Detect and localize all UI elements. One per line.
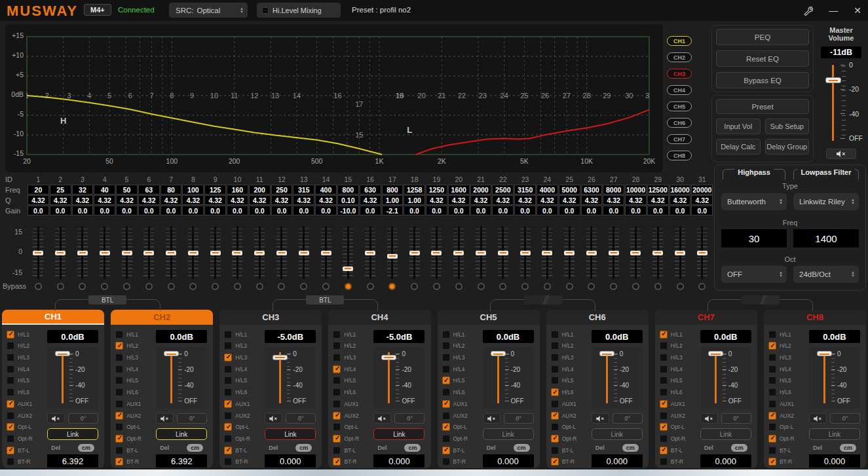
band-marker-7[interactable]: 7 (150, 92, 154, 100)
eq-gain-cell-15[interactable]: -10.0 (337, 206, 359, 215)
input-checkbox-aux2[interactable] (333, 412, 341, 420)
bypass-dot-3[interactable] (79, 283, 86, 290)
eq-gain-cell-31[interactable]: 0.0 (691, 206, 713, 215)
graph-channel-button-ch6[interactable]: CH6 (667, 118, 692, 128)
input-checkbox-hl1[interactable] (115, 331, 123, 339)
eq-slider-handle[interactable] (697, 251, 708, 255)
eq-slider-handle[interactable] (586, 251, 597, 255)
channel-delay-value[interactable]: 0.000 (373, 454, 425, 467)
input-checkbox-hl4[interactable] (551, 365, 559, 373)
delay-calc-button[interactable]: Delay Calc (716, 139, 761, 155)
band-marker-19[interactable]: 19 (396, 92, 404, 100)
bypass-dot-29[interactable] (654, 283, 662, 290)
input-checkbox-aux2[interactable] (115, 412, 123, 420)
eq-q-cell-16[interactable]: 4.32 (360, 195, 381, 205)
eq-slider-handle[interactable] (166, 251, 176, 255)
bypass-dot-21[interactable] (478, 283, 485, 290)
input-checkbox-btl[interactable] (333, 447, 341, 454)
eq-band-slider-9[interactable] (210, 227, 221, 279)
eq-q-cell-19[interactable]: 4.32 (426, 195, 447, 205)
input-checkbox-btr[interactable] (224, 458, 232, 466)
graph-channel-button-ch3[interactable]: CH3 (667, 69, 692, 79)
channel-gain-value[interactable]: 0.0dB (809, 330, 860, 343)
eq-gain-cell-8[interactable]: 0.0 (182, 206, 204, 215)
channel-mute-button[interactable] (156, 413, 174, 424)
tab-lowpass-filter[interactable]: Lowpass Filter (793, 169, 859, 179)
hilevel-checkbox[interactable] (262, 7, 269, 14)
input-checkbox-optl[interactable] (7, 423, 14, 431)
eq-gain-cell-14[interactable]: 0.0 (315, 206, 337, 215)
channel-gain-value[interactable]: 0.0dB (700, 330, 751, 343)
bypass-dot-27[interactable] (610, 283, 617, 290)
lowpass-oct-select[interactable]: 24dB/Oct▲▼ (793, 266, 859, 283)
stepper-icon[interactable]: ▲▼ (779, 198, 783, 205)
phase-button[interactable]: 0° (177, 413, 207, 424)
input-checkbox-hl2[interactable] (551, 342, 559, 350)
band-marker-14[interactable]: 14 (293, 92, 301, 100)
input-checkbox-optr[interactable] (115, 435, 123, 443)
input-checkbox-hl4[interactable] (442, 365, 450, 373)
graph-channel-button-ch1[interactable]: CH1 (667, 36, 692, 46)
filter-handle-h[interactable]: H (60, 116, 66, 126)
input-checkbox-btr[interactable] (551, 458, 559, 466)
input-checkbox-btr[interactable] (660, 458, 668, 466)
highpass-type-select[interactable]: Butterworth▲▼ (721, 193, 787, 210)
eq-gain-cell-25[interactable]: 0.0 (559, 206, 580, 215)
bypass-dot-22[interactable] (499, 283, 506, 290)
channel-header-ch1[interactable]: CH1 (2, 310, 104, 325)
input-checkbox-btr[interactable] (7, 458, 14, 466)
eq-q-cell-6[interactable]: 4.32 (138, 195, 160, 205)
channel-delay-value[interactable]: 6.392 (156, 454, 207, 467)
channel-mute-button[interactable] (373, 413, 391, 424)
input-checkbox-optl[interactable] (333, 423, 341, 431)
bypass-dot-14[interactable] (322, 283, 330, 290)
input-checkbox-hl4[interactable] (660, 365, 668, 373)
eq-q-cell-1[interactable]: 4.32 (28, 195, 49, 205)
eq-gain-cell-6[interactable]: 0.0 (138, 206, 160, 215)
highpass-oct-select[interactable]: OFF▲▼ (721, 266, 787, 283)
eq-band-slider-21[interactable] (475, 227, 487, 279)
channel-mute-button[interactable] (809, 413, 827, 424)
input-checkbox-hl3[interactable] (442, 354, 450, 361)
eq-slider-handle[interactable] (409, 251, 420, 255)
eq-freq-cell-22[interactable]: 2500 (492, 185, 514, 194)
channel-slider-handle[interactable] (164, 351, 179, 356)
eq-q-cell-18[interactable]: 1.00 (404, 195, 425, 205)
bypass-dot-12[interactable] (278, 283, 285, 290)
delay-unit-button[interactable]: cm (78, 444, 94, 452)
eq-freq-cell-15[interactable]: 800 (337, 185, 359, 194)
input-checkbox-btl[interactable] (551, 447, 559, 454)
input-checkbox-optr[interactable] (333, 435, 341, 443)
eq-plot[interactable]: 1234567891011121314151617181920212223242… (26, 36, 650, 155)
eq-slider-handle[interactable] (564, 251, 575, 255)
master-mute-button[interactable] (826, 149, 856, 159)
bypass-dot-18[interactable] (411, 283, 418, 290)
band-marker-10[interactable]: 10 (210, 92, 218, 100)
eq-band-slider-20[interactable] (453, 227, 464, 279)
channel-header-ch7[interactable]: CH7 (655, 310, 757, 325)
eq-slider-handle[interactable] (276, 251, 287, 255)
input-checkbox-hl6[interactable] (115, 388, 123, 396)
eq-gain-cell-4[interactable]: 0.0 (94, 206, 115, 215)
eq-gain-cell-16[interactable]: 0.0 (360, 206, 381, 215)
channel-header-ch2[interactable]: CH2 (111, 310, 213, 325)
channel-slider-handle[interactable] (491, 351, 506, 356)
eq-slider-handle[interactable] (343, 266, 353, 271)
input-checkbox-hl5[interactable] (768, 376, 776, 384)
input-checkbox-hl2[interactable] (660, 342, 668, 350)
eq-slider-handle[interactable] (100, 251, 110, 255)
eq-band-slider-3[interactable] (77, 227, 88, 279)
channel-header-ch3[interactable]: CH3 (219, 310, 322, 325)
btl-label[interactable] (524, 295, 562, 304)
eq-slider-handle[interactable] (321, 251, 331, 255)
input-checkbox-hl6[interactable] (333, 388, 341, 396)
eq-gain-cell-21[interactable]: 0.0 (470, 206, 492, 215)
eq-freq-cell-17[interactable]: 800 (382, 185, 404, 194)
band-marker-17[interactable]: 17 (355, 100, 363, 108)
bypass-dot-1[interactable] (35, 283, 42, 290)
input-checkbox-aux1[interactable] (115, 400, 123, 408)
eq-q-cell-13[interactable]: 4.32 (293, 195, 314, 205)
eq-gain-cell-5[interactable]: 0.0 (116, 206, 138, 215)
eq-gain-cell-13[interactable]: 0.0 (293, 206, 314, 215)
eq-gain-cell-23[interactable]: 0.0 (514, 206, 536, 215)
